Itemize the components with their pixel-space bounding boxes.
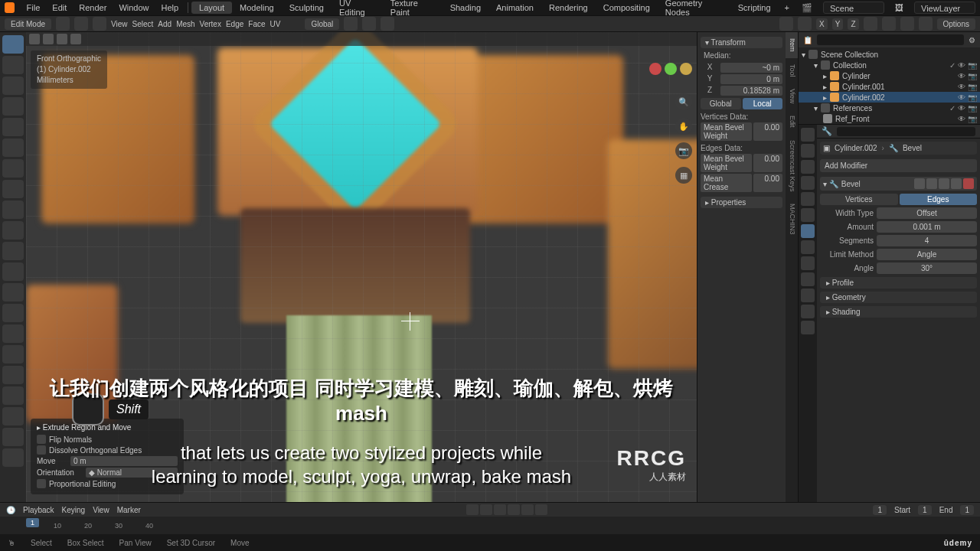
geometry-expand[interactable]: ▸ Geometry <box>820 292 977 303</box>
play-icon[interactable] <box>508 504 520 515</box>
n-tab-view[interactable]: View <box>786 83 798 109</box>
collection-toggles[interactable]: ✓ 👁 📷 <box>949 61 977 70</box>
timeline-editor-icon[interactable]: 🕒 <box>6 506 15 514</box>
bevel-modifier-header[interactable]: ▾ 🔧Bevel <box>820 177 977 191</box>
play-rev-icon[interactable] <box>494 504 506 515</box>
width-type-dropdown[interactable]: Offset <box>877 207 977 219</box>
tool-scale-icon[interactable] <box>2 118 24 136</box>
ptab-world-icon[interactable] <box>801 192 815 206</box>
z-field[interactable]: 0.18528 m <box>720 86 782 96</box>
current-frame-field[interactable]: 1 <box>873 505 887 515</box>
tool-spin-icon[interactable] <box>2 345 24 364</box>
mod-edit-visible-icon[interactable] <box>914 178 925 189</box>
persp-ortho-icon[interactable]: ▦ <box>675 167 692 184</box>
tool-extrude-icon[interactable] <box>2 221 24 240</box>
next-key-icon[interactable] <box>521 504 534 515</box>
playhead[interactable]: 1 <box>26 518 39 527</box>
axis-z-toggle[interactable]: Z <box>848 18 858 30</box>
ref-front-row[interactable]: Ref_Front👁 📷 <box>799 113 980 124</box>
workspace-sculpting[interactable]: Sculpting <box>282 2 332 14</box>
viewlayer-name-field[interactable]: ViewLayer <box>914 2 975 14</box>
vp-icon-2[interactable] <box>57 34 67 44</box>
segments-field[interactable]: 4 <box>877 235 977 246</box>
tool-polybuild-icon[interactable] <box>2 324 24 343</box>
tool-measure-icon[interactable] <box>2 180 24 198</box>
shading-expand[interactable]: ▸ Shading <box>820 306 977 318</box>
menu-render[interactable]: Render <box>73 3 113 12</box>
ptab-modifier-icon[interactable] <box>801 224 815 238</box>
add-modifier-dropdown[interactable]: Add Modifier <box>820 159 977 172</box>
zoom-icon[interactable]: 🔍 <box>675 93 692 110</box>
outliner-search-input[interactable] <box>817 34 964 45</box>
references-row[interactable]: ▾References✓ 👁 📷 <box>799 103 980 113</box>
tool-shrink-icon[interactable] <box>2 407 24 425</box>
breadcrumb-modifier[interactable]: Bevel <box>903 144 922 152</box>
orientation-dropdown[interactable]: Global <box>305 18 339 30</box>
scene-name-field[interactable]: Scene <box>823 2 884 14</box>
tool-smooth-icon[interactable] <box>2 366 24 384</box>
edge-menu[interactable]: Edge <box>226 20 243 28</box>
ptab-physics-icon[interactable] <box>801 256 815 270</box>
cylinder-row[interactable]: ▸Cylinder👁 📷 <box>799 70 980 81</box>
select-mode-edge-icon[interactable] <box>74 17 88 31</box>
axis-x-toggle[interactable]: X <box>816 18 828 30</box>
menu-window[interactable]: Window <box>113 3 155 12</box>
axis-gizmo[interactable] <box>649 63 692 75</box>
local-button[interactable]: Local <box>743 98 783 109</box>
tool-move-icon[interactable] <box>2 77 24 95</box>
mod-realtime-icon[interactable] <box>926 178 937 189</box>
tool-shear-icon[interactable] <box>2 428 24 446</box>
scene-collection-row[interactable]: ▾Scene Collection <box>799 49 980 60</box>
vp-icon-3[interactable] <box>70 34 81 44</box>
start-frame-field[interactable]: 1 <box>918 505 932 515</box>
face-menu[interactable]: Face <box>248 20 265 28</box>
tool-knife-icon[interactable] <box>2 304 24 322</box>
tl-playback-menu[interactable]: Playback <box>23 506 54 514</box>
tool-loopcut-icon[interactable] <box>2 283 24 302</box>
ptab-output-icon[interactable] <box>801 144 815 158</box>
tl-marker-menu[interactable]: Marker <box>117 506 141 514</box>
axis-y-toggle[interactable]: Y <box>832 18 844 30</box>
camera-icon[interactable]: 📷 <box>675 142 692 159</box>
workspace-uv[interactable]: UV Editing <box>332 0 383 18</box>
global-button[interactable]: Global <box>701 98 741 109</box>
pan-icon[interactable]: ✋ <box>675 118 692 135</box>
tool-cursor-icon[interactable] <box>2 56 24 74</box>
select-mode-vert-icon[interactable] <box>56 17 70 31</box>
edge-bevel-field[interactable]: 0.00 <box>753 154 782 172</box>
collection-row[interactable]: ▾Collection✓ 👁 📷 <box>799 60 980 70</box>
properties-header[interactable]: ▸ Properties <box>701 197 782 208</box>
tl-keying-menu[interactable]: Keying <box>62 506 86 514</box>
bevel-weight-field[interactable]: 0.00 <box>753 122 782 141</box>
ptab-render-icon[interactable] <box>801 128 815 142</box>
y-field[interactable]: 0 m <box>720 74 782 84</box>
mesh-menu[interactable]: Mesh <box>176 20 194 28</box>
shading-rendered-icon[interactable] <box>919 17 933 31</box>
workspace-add-icon[interactable]: + <box>779 3 795 12</box>
n-tab-item[interactable]: Item <box>786 32 798 58</box>
pivot-icon[interactable] <box>344 17 358 31</box>
3d-viewport[interactable]: Front Orthographic (1) Cylinder.002 Mill… <box>26 32 697 502</box>
bevel-vertices-tab[interactable]: Vertices <box>820 194 898 205</box>
gizmo-toggle-icon[interactable] <box>779 17 793 31</box>
n-tab-edit[interactable]: Edit <box>786 109 798 134</box>
ptab-object-icon[interactable] <box>801 208 815 222</box>
n-tab-machin3[interactable]: MACHIN3 <box>786 197 798 241</box>
workspace-geonodes[interactable]: Geometry Nodes <box>658 0 730 18</box>
ptab-constraint-icon[interactable] <box>801 272 815 286</box>
end-frame-field[interactable]: 1 <box>960 505 974 515</box>
axis-z-dot-icon[interactable] <box>680 63 692 75</box>
timeline-ruler[interactable]: 1 10 20 30 40 <box>0 517 980 535</box>
tool-inset-icon[interactable] <box>2 242 24 260</box>
mod-render-icon[interactable] <box>939 178 949 189</box>
workspace-texpaint[interactable]: Texture Paint <box>383 0 443 18</box>
workspace-rendering[interactable]: Rendering <box>541 2 596 14</box>
mod-delete-icon[interactable] <box>963 178 974 189</box>
tool-bevel-icon[interactable] <box>2 262 24 281</box>
angle-field[interactable]: 30° <box>877 262 977 274</box>
tool-select-box-icon[interactable] <box>2 35 24 54</box>
proportional-icon[interactable] <box>381 17 394 31</box>
select-mode-face-icon[interactable] <box>93 17 106 31</box>
workspace-modeling[interactable]: Modeling <box>232 2 282 14</box>
workspace-scripting[interactable]: Scripting <box>730 2 779 14</box>
